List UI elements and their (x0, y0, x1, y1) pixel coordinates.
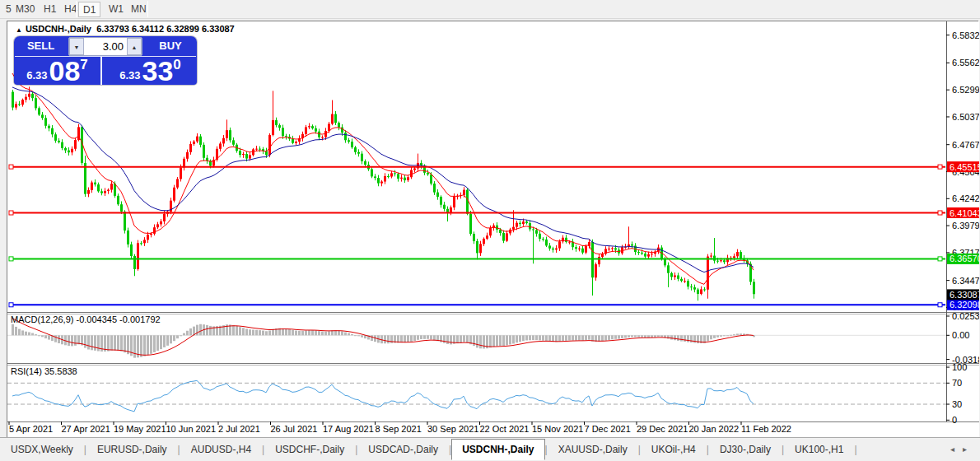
chart-title: ▲USDCNH-,Daily 6.33793 6.34112 6.32899 6… (16, 24, 235, 34)
level-line-handle[interactable] (9, 257, 13, 261)
svg-text:0.00: 0.00 (952, 330, 969, 340)
chart-symbol-label: USDCNH-,Daily (26, 24, 91, 34)
level-line-handle[interactable] (938, 303, 942, 307)
time-axis: 5 Apr 202127 Apr 202119 May 202110 Jun 2… (9, 421, 791, 434)
tab-dj30-daily[interactable]: DJ30-,Daily (709, 440, 782, 459)
svg-text:17 Aug 2021: 17 Aug 2021 (323, 424, 374, 434)
svg-text:6.42420: 6.42420 (952, 193, 979, 203)
volume-decrease-button[interactable]: ▼ (69, 38, 84, 55)
level-line-handle[interactable] (9, 165, 13, 169)
level-line-handle[interactable] (938, 211, 942, 215)
svg-text:30 Sep 2021: 30 Sep 2021 (427, 424, 478, 434)
tab-ukoil-h4[interactable]: UKOil-,H4 (641, 440, 707, 459)
svg-text:20 Jan 2022: 20 Jan 2022 (689, 424, 740, 434)
svg-text:2 Jul 2021: 2 Jul 2021 (218, 424, 260, 434)
panel-collapse-icon[interactable]: ▲ (16, 26, 22, 34)
tab-usdcad-daily[interactable]: USDCAD-,Daily (357, 440, 449, 459)
toolbar-separator (147, 1, 148, 17)
buy-button[interactable]: BUY (144, 36, 197, 56)
svg-text:70: 70 (952, 378, 962, 388)
rsi-label: RSI(14) 35.5838 (11, 366, 77, 376)
svg-text:6.58320: 6.58320 (952, 30, 979, 40)
one-click-trade-panel: SELL ▼ ▲ BUY 6.33087 6.33330 (14, 36, 197, 85)
tab-scroll-right-icon[interactable]: ▸ (963, 445, 975, 454)
svg-text:22 Oct 2021: 22 Oct 2021 (480, 424, 530, 434)
timeframe-button-w1[interactable]: W1 (105, 2, 128, 17)
tab-xauusd-daily[interactable]: XAUUSD-,Daily (548, 440, 638, 459)
toolbar-separator (76, 1, 77, 17)
sell-price-display[interactable]: 6.33087 (14, 57, 102, 85)
svg-text:6.41043: 6.41043 (950, 208, 979, 218)
svg-text:11 Feb 2022: 11 Feb 2022 (741, 424, 791, 434)
tab-audusd-h4[interactable]: AUDUSD-,H4 (180, 440, 262, 459)
svg-text:6.45515: 6.45515 (950, 162, 979, 172)
chart-window: 6.583206.556206.529956.503706.476706.450… (7, 21, 978, 437)
rsi-value: 35.5838 (44, 366, 77, 376)
svg-text:6.36570: 6.36570 (950, 254, 979, 263)
volume-stepper: ▼ ▲ (68, 37, 142, 56)
tab-uk100-h1[interactable]: UK100-,H1 (784, 440, 854, 459)
chart-ohlc-values: 6.33793 6.34112 6.32899 6.33087 (96, 24, 235, 34)
svg-text:6.34470: 6.34470 (952, 276, 979, 286)
tab-scroll-arrows: ◂▸ (950, 445, 975, 454)
tab-usdcnh-daily[interactable]: USDCNH-,Daily (451, 439, 544, 460)
svg-text:15 Nov 2021: 15 Nov 2021 (532, 424, 583, 434)
timeframe-button-d1[interactable]: D1 (78, 2, 100, 17)
volume-increase-button[interactable]: ▲ (127, 38, 142, 55)
svg-text:5 Apr 2021: 5 Apr 2021 (9, 424, 53, 434)
svg-text:6.32098: 6.32098 (950, 300, 979, 310)
level-line-handle[interactable] (9, 303, 13, 307)
timeframe-button-m30[interactable]: M30 (12, 2, 39, 17)
svg-text:26 Jul 2021: 26 Jul 2021 (271, 424, 318, 434)
svg-text:6.33087: 6.33087 (950, 290, 979, 300)
volume-input[interactable] (84, 38, 127, 55)
svg-text:19 May 2021: 19 May 2021 (114, 424, 166, 434)
svg-text:6.52995: 6.52995 (952, 85, 979, 95)
tab-separator: | (854, 444, 856, 455)
buy-price-display[interactable]: 6.33330 (104, 57, 197, 85)
level-line-handle[interactable] (9, 211, 13, 215)
macd-main-value: -0.004345 (76, 314, 117, 324)
tab-eurusd-daily[interactable]: EURUSD-,Daily (86, 440, 178, 459)
svg-text:10 Jun 2021: 10 Jun 2021 (166, 424, 217, 434)
svg-text:27 Apr 2021: 27 Apr 2021 (62, 424, 110, 434)
timeframe-button-h1[interactable]: H1 (40, 2, 60, 17)
svg-text:7 Dec 2021: 7 Dec 2021 (585, 424, 631, 434)
svg-text:6.55620: 6.55620 (952, 58, 979, 68)
sell-button[interactable]: SELL (14, 36, 68, 56)
svg-text:30: 30 (952, 399, 962, 409)
level-line-handle[interactable] (938, 257, 942, 261)
svg-text:0: 0 (952, 415, 957, 425)
tab-scroll-left-icon[interactable]: ◂ (950, 445, 963, 454)
macd-signal-value: -0.001792 (119, 314, 161, 324)
tab-usdchf-daily[interactable]: USDCHF-,Daily (264, 440, 355, 459)
tab-usdx-weekly[interactable]: USDX,Weekly (0, 440, 84, 459)
svg-text:6.47670: 6.47670 (952, 140, 979, 150)
svg-text:29 Dec 2021: 29 Dec 2021 (637, 424, 688, 434)
svg-text:6.50370: 6.50370 (952, 112, 979, 122)
svg-text:6.39795: 6.39795 (952, 221, 979, 230)
level-line-handle[interactable] (938, 165, 942, 169)
svg-text:8 Sep 2021: 8 Sep 2021 (376, 424, 422, 434)
svg-text:0.025357: 0.025357 (952, 311, 979, 321)
symbol-tab-bar: USDX,Weekly|EURUSD-,Daily|AUDUSD-,H4|USD… (0, 437, 980, 461)
macd-label: MACD(12,26,9) -0.004345 -0.001792 (11, 314, 161, 324)
timeframe-toolbar: 5M30H1H4D1W1MN (0, 0, 980, 19)
svg-text:100: 100 (952, 362, 967, 372)
